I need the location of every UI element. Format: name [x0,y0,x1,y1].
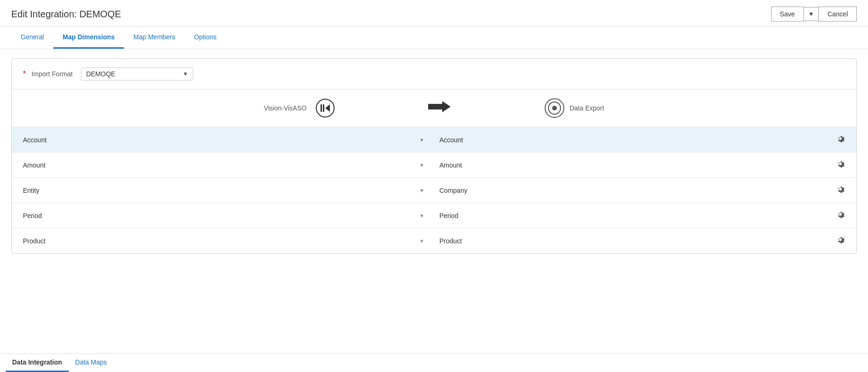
gear-svg [836,184,845,194]
dimension-arrow-icon-0: ▼ [419,137,424,143]
main-content: * Import Format DEMOQE ▼ Vision-VisASO [0,49,868,270]
dimension-arrow-icon-3: ▼ [419,213,424,219]
source-target-row: Vision-VisASO [12,89,856,127]
tab-general[interactable]: General [11,27,53,49]
bottom-tab-data-integration[interactable]: Data Integration [6,354,69,372]
tab-map-dimensions[interactable]: Map Dimensions [53,27,124,49]
svg-point-6 [552,106,557,110]
dimension-gear-button-1[interactable] [836,159,845,171]
dimension-target-0: Account [439,136,830,144]
page-title: Edit Integration: DEMOQE [11,9,121,20]
import-format-dropdown-arrow: ▼ [182,71,188,77]
dimension-target-2: Company [439,187,830,194]
dimension-row: Product ▼ Product [12,228,856,253]
header-actions: Save ▼ Cancel [771,7,857,22]
dimension-source-0: Account [23,136,414,144]
dimension-arrow-icon-2: ▼ [419,188,424,193]
dimension-source-1: Amount [23,161,414,169]
save-button[interactable]: Save [771,7,803,22]
gear-svg [836,134,845,143]
bottom-bar: Data Integration Data Maps [0,353,868,372]
page-header: Edit Integration: DEMOQE Save ▼ Cancel [0,0,868,27]
form-card: * Import Format DEMOQE ▼ Vision-VisASO [11,58,857,254]
gear-svg [836,159,845,168]
svg-marker-3 [428,101,451,112]
big-arrow-svg [428,99,451,114]
dimension-source-3: Period [23,212,414,219]
dimension-arrow-icon-1: ▼ [419,162,424,168]
svg-rect-1 [323,104,324,112]
tab-map-members[interactable]: Map Members [124,27,184,49]
dimension-gear-button-0[interactable] [836,134,845,146]
dimension-arrow-icon-4: ▼ [419,238,424,244]
dimension-target-4: Product [439,237,830,245]
dimension-row: Amount ▼ Amount [12,153,856,178]
source-area: Vision-VisASO [264,99,335,117]
save-dropdown-button[interactable]: ▼ [803,7,819,21]
dimension-gear-button-3[interactable] [836,210,845,221]
dimension-row: Period ▼ Period [12,203,856,228]
dimension-target-3: Period [439,212,830,219]
gear-svg [836,235,845,244]
main-tabs: General Map Dimensions Map Members Optio… [0,27,868,49]
dimension-row: Account ▼ Account [12,127,856,153]
dimension-gear-button-2[interactable] [836,184,845,196]
svg-rect-0 [321,104,322,112]
import-format-row: * Import Format DEMOQE ▼ [12,59,856,89]
cancel-button[interactable]: Cancel [818,7,857,22]
arrow-right-icon [428,99,451,117]
source-svg [319,102,331,114]
source-icon [316,99,335,117]
required-star: * [23,70,26,78]
target-svg [544,98,565,118]
dropdown-arrow-icon: ▼ [809,11,814,17]
dimension-row: Entity ▼ Company [12,178,856,203]
dimension-gear-button-4[interactable] [836,235,845,247]
import-format-select[interactable]: DEMOQE ▼ [81,67,193,80]
target-icon [544,98,565,118]
dimension-source-2: Entity [23,187,414,194]
target-label: Data Export [569,104,604,112]
import-format-value: DEMOQE [86,70,115,78]
target-area: Data Export [544,98,604,118]
source-label: Vision-VisASO [264,104,306,112]
dimension-source-4: Product [23,237,414,245]
gear-svg [836,210,845,219]
svg-marker-2 [325,104,330,112]
import-format-label: Import Format [31,70,73,78]
bottom-tab-data-maps[interactable]: Data Maps [69,354,114,372]
tab-options[interactable]: Options [185,27,226,49]
dimensions-table: Account ▼ Account Amount ▼ Amount Entity… [12,127,856,253]
dimension-target-1: Amount [439,161,830,169]
